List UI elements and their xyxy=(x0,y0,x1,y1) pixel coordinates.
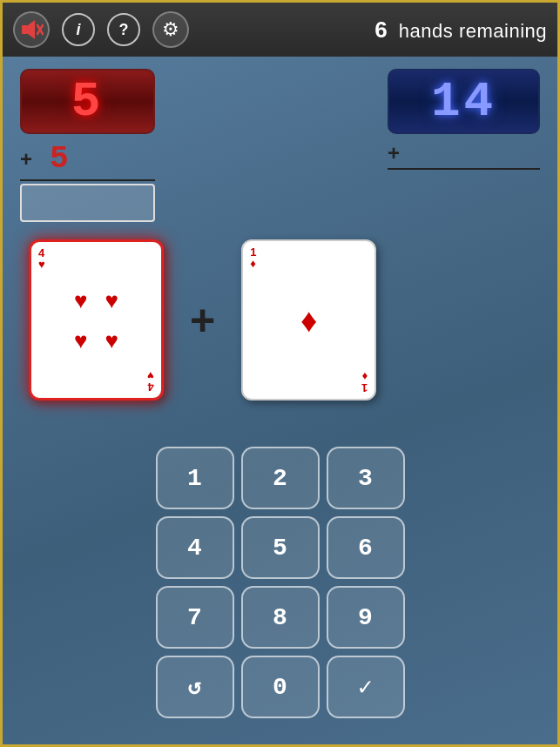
left-card-bottom-corner: 4 ♥ xyxy=(147,370,154,393)
right-card: 1 ♦ ♦ 1 ♦ xyxy=(241,239,376,400)
right-addition-row: + xyxy=(388,141,540,165)
card-operator: + xyxy=(190,295,215,346)
pip-2: ♥ xyxy=(105,289,118,312)
right-score-value: 14 xyxy=(431,74,496,130)
numpad-9-button[interactable]: 9 xyxy=(327,586,405,649)
info-button[interactable]: i xyxy=(62,13,95,46)
left-addition-line xyxy=(20,179,155,181)
numpad-1-button[interactable]: 1 xyxy=(156,447,234,509)
settings-button[interactable]: ⚙ xyxy=(152,11,189,48)
hands-count: 6 xyxy=(374,17,388,43)
numpad-confirm-button[interactable]: ✓ xyxy=(327,656,405,718)
right-addition-col: + xyxy=(388,141,540,222)
left-card-top-corner: 4 ♥ xyxy=(38,247,45,270)
right-addition-line xyxy=(388,168,540,170)
left-addition-col: + 5 xyxy=(20,141,155,222)
right-card-suit-top: ♦ xyxy=(250,258,256,269)
right-plus-sign: + xyxy=(388,141,405,165)
header: i ? ⚙ 6 hands remaining xyxy=(3,3,557,57)
numpad-4-button[interactable]: 4 xyxy=(156,516,234,579)
right-card-suit-bottom: ♦ xyxy=(361,371,368,382)
right-card-center-pip: ♦ xyxy=(300,301,317,339)
numpad-5-button[interactable]: 5 xyxy=(241,516,320,579)
left-card-suit-top: ♥ xyxy=(38,259,45,270)
pip-3: ♥ xyxy=(74,329,87,352)
left-card-rank-bottom: 4 xyxy=(147,381,154,393)
info-icon-label: i xyxy=(76,21,80,39)
right-card-bottom-corner: 1 ♦ xyxy=(361,371,368,394)
help-button[interactable]: ? xyxy=(107,13,140,46)
numpad: 1 2 3 4 5 6 7 8 9 ↺ 0 ✓ xyxy=(156,447,405,718)
pip-4: ♥ xyxy=(105,329,118,352)
hands-remaining-display: 6 hands remaining xyxy=(374,17,547,44)
hearts-pip-grid: ♥ ♥ ♥ ♥ xyxy=(67,282,125,359)
left-card: 4 ♥ ♥ ♥ ♥ ♥ 4 ♥ xyxy=(29,239,164,400)
numpad-back-button[interactable]: ↺ xyxy=(156,656,234,718)
numpad-7-button[interactable]: 7 xyxy=(156,586,234,649)
gear-icon: ⚙ xyxy=(162,18,179,41)
numpad-2-button[interactable]: 2 xyxy=(241,447,320,509)
left-card-suit-bottom: ♥ xyxy=(147,370,154,381)
app-container: i ? ⚙ 6 hands remaining 5 14 xyxy=(0,0,560,747)
left-card-center-pips: ♥ ♥ ♥ ♥ xyxy=(67,282,125,359)
left-addition-row: + 5 xyxy=(20,141,155,177)
left-score-value: 5 xyxy=(71,74,105,130)
scores-row: 5 14 xyxy=(20,69,540,134)
right-score-display: 14 xyxy=(388,69,540,134)
left-plus-sign: + xyxy=(20,147,37,172)
game-area: 5 14 + 5 + xyxy=(3,57,557,744)
left-addition-value: 5 xyxy=(50,141,69,177)
right-card-rank-bottom: 1 xyxy=(361,382,368,394)
addition-section: + 5 + xyxy=(20,141,540,222)
right-card-top-corner: 1 ♦ xyxy=(250,246,256,269)
cards-section: 4 ♥ ♥ ♥ ♥ ♥ 4 ♥ + xyxy=(20,239,540,400)
mute-icon xyxy=(19,17,44,42)
pip-1: ♥ xyxy=(74,289,87,312)
hands-label: hands remaining xyxy=(399,20,547,42)
left-score-display: 5 xyxy=(20,69,155,134)
numpad-8-button[interactable]: 8 xyxy=(241,586,320,649)
numpad-0-button[interactable]: 0 xyxy=(241,656,320,718)
help-icon-label: ? xyxy=(119,21,129,39)
mute-button[interactable] xyxy=(13,11,50,48)
confirm-icon: ✓ xyxy=(358,672,373,702)
numpad-6-button[interactable]: 6 xyxy=(327,516,405,579)
back-icon: ↺ xyxy=(188,673,202,701)
left-answer-box[interactable] xyxy=(20,184,155,222)
numpad-3-button[interactable]: 3 xyxy=(327,447,405,509)
svg-rect-0 xyxy=(22,25,28,34)
svg-marker-1 xyxy=(28,20,35,39)
